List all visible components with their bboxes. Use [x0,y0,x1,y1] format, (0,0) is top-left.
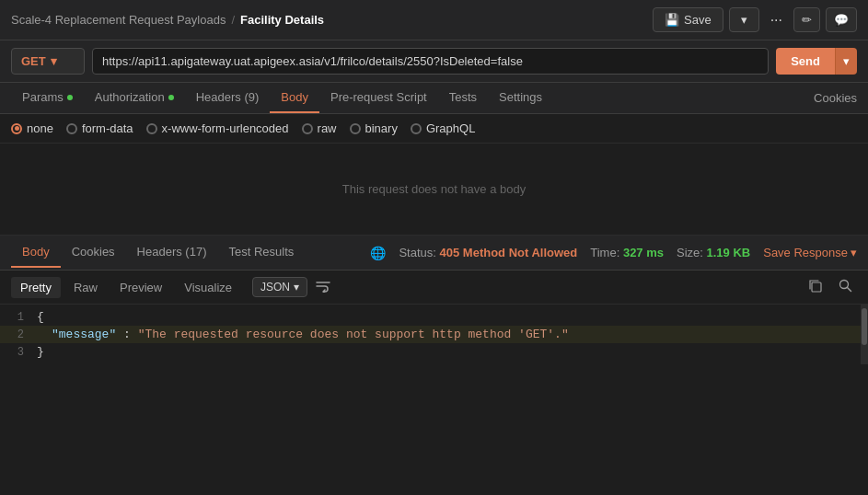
scrollbar-thumb [862,308,867,345]
status-code: 405 Method Not Allowed [440,246,578,259]
resp-sub-tab-raw[interactable]: Raw [64,277,107,298]
no-body-message: This request does not have a body [342,182,526,196]
method-chevron: ▾ [51,54,57,68]
json-line-2: 2 "message" : "The requested resource do… [0,326,868,343]
resp-tab-cookies-label: Cookies [72,245,115,259]
tab-prerequest-label: Pre-request Script [330,90,427,104]
radio-binary-dot [350,123,361,134]
method-label: GET [21,54,46,68]
tab-params-label: Params [22,90,64,104]
radio-binary[interactable]: binary [350,121,398,135]
resp-tab-test-results-label: Test Results [228,245,294,259]
radio-urlencoded-dot [146,123,157,134]
line-content-2: "message" : "The requested resource does… [37,328,569,341]
radio-formdata-dot [66,123,77,134]
tab-body-label: Body [281,90,308,104]
response-status-bar: 🌐 Status: 405 Method Not Allowed Time: 3… [370,246,857,260]
breadcrumb: Scale-4 Replacement Request Payloads / F… [11,13,645,27]
json-value-message: "The requested resource does not support… [138,328,569,341]
top-bar-actions: 💾 Save ▾ ··· ✏ 💬 [653,7,857,33]
radio-none-dot [11,123,22,134]
radio-urlencoded[interactable]: x-www-form-urlencoded [146,121,289,135]
line-content-1: { [37,310,44,324]
method-select[interactable]: GET ▾ [11,48,85,75]
tab-authorization-label: Authorization [95,90,165,104]
vertical-scrollbar[interactable] [861,305,868,364]
radio-binary-label: binary [365,121,398,135]
time-label: Time: 327 ms [590,246,664,259]
tab-prerequest[interactable]: Pre-request Script [319,83,438,113]
request-body-empty: This request does not have a body [0,144,868,236]
radio-graphql-label: GraphQL [426,121,475,135]
tab-params[interactable]: Params [11,83,84,113]
radio-formdata[interactable]: form-data [66,121,133,135]
tab-body[interactable]: Body [270,83,319,113]
response-actions [804,276,857,298]
url-input[interactable] [92,48,769,75]
radio-formdata-label: form-data [82,121,133,135]
top-bar: Scale-4 Replacement Request Payloads / F… [0,0,868,40]
json-line-3: 3 } [0,343,868,361]
resp-sub-tab-preview[interactable]: Preview [110,277,171,298]
size-value: 1.19 KB [707,246,751,259]
cookies-link[interactable]: Cookies [814,91,857,105]
tab-headers[interactable]: Headers (9) [185,83,271,113]
line-number-2: 2 [0,328,37,341]
resp-tab-body-label: Body [22,245,50,259]
save-icon: 💾 [665,13,679,27]
save-response-button[interactable]: Save Response ▾ [763,246,857,259]
json-format-label: JSON [260,281,290,294]
save-dropdown-button[interactable]: ▾ [729,7,759,32]
response-header: Body Cookies Headers (17) Test Results 🌐… [0,236,868,271]
tab-tests[interactable]: Tests [438,83,488,113]
comment-button[interactable]: 💬 [826,7,857,32]
tab-settings[interactable]: Settings [488,83,553,113]
resp-sub-tab-pretty[interactable]: Pretty [11,277,61,298]
resp-tab-cookies[interactable]: Cookies [61,237,126,268]
size-label: Size: 1.19 KB [677,246,750,259]
breadcrumb-link[interactable]: Scale-4 Replacement Request Payloads [11,13,226,27]
json-format-select[interactable]: JSON ▾ [252,277,307,297]
response-sub-tabs: Pretty Raw Preview Visualize JSON ▾ [0,271,868,305]
search-button[interactable] [834,276,857,298]
radio-raw[interactable]: raw [302,121,337,135]
save-response-label: Save Response [763,246,848,259]
line-number-3: 3 [0,346,37,359]
status-label: Status: 405 Method Not Allowed [399,246,577,259]
breadcrumb-separator: / [231,13,235,27]
resp-tab-headers[interactable]: Headers (17) [126,237,218,268]
breadcrumb-current: Facility Details [240,13,324,27]
response-body-container: 1 { 2 "message" : "The requested resourc… [0,305,868,364]
tab-authorization[interactable]: Authorization [84,83,185,113]
radio-none[interactable]: none [11,121,53,135]
edit-icon: ✏ [802,13,812,27]
request-tabs: Params Authorization Headers (9) Body Pr… [0,83,868,114]
radio-graphql-dot [411,123,422,134]
svg-rect-0 [812,282,821,292]
radio-urlencoded-label: x-www-form-urlencoded [162,121,289,135]
auth-dot [168,95,174,100]
more-options-button[interactable]: ··· [765,7,788,33]
send-button[interactable]: Send [776,48,835,75]
resp-tab-body[interactable]: Body [11,237,61,268]
svg-line-2 [848,288,851,292]
radio-graphql[interactable]: GraphQL [411,121,475,135]
params-dot [67,95,73,100]
wrap-button[interactable] [311,277,335,298]
send-dropdown-button[interactable]: ▾ [835,48,857,75]
edit-button[interactable]: ✏ [793,7,820,32]
line-content-3: } [37,345,44,359]
json-line-1: 1 { [0,308,868,326]
save-button[interactable]: 💾 Save [653,7,723,32]
copy-button[interactable] [804,276,827,298]
resp-tab-test-results[interactable]: Test Results [217,237,305,268]
save-response-chevron: ▾ [851,246,857,259]
globe-icon: 🌐 [370,246,386,260]
body-options: none form-data x-www-form-urlencoded raw… [0,114,868,144]
radio-raw-dot [302,123,313,134]
resp-sub-tab-visualize[interactable]: Visualize [175,277,241,298]
resp-tab-headers-label: Headers (17) [137,245,207,259]
json-format-chevron: ▾ [294,281,299,294]
line-number-1: 1 [0,311,37,324]
tab-settings-label: Settings [499,90,542,104]
